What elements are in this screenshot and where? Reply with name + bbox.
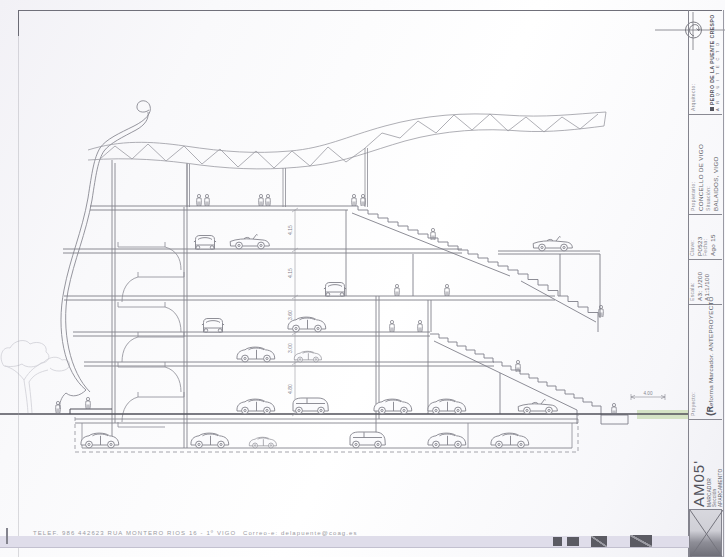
footer-telephone: TELEF. 986 442623 RUA MONTERO RIOS 16 - … [33,530,236,536]
roof-truss [88,112,606,169]
sheet-border-left-mark [18,10,19,36]
person-icon [205,194,210,206]
grandstand-mid-stairs [518,274,598,332]
car-icon [533,237,572,251]
ground-line [0,409,689,414]
date-value: Ago 15 [709,218,716,256]
car-icon [288,317,326,332]
project-name: (Reforma Marcador. ANTEPROYECTO [700,308,716,416]
project-label: Proyecto: [691,308,697,416]
person-icon [86,397,91,409]
person-icon [266,194,271,206]
section-drawing: 4.15 4.15 3.60 3.00 4.80 4.00 [0,0,725,557]
footer-band [0,536,689,548]
hatched-corner-box [689,509,722,557]
title-block-architect: Arquitecto: PEDRO DE LA PUENTE CRESPO A … [689,10,722,115]
ramp-core [118,242,184,427]
scale-a3-value: A3: 1/200 [696,263,703,301]
car-icon [191,433,229,448]
location-value: BALAIDOS, VIGO [712,118,719,211]
person-icon [599,305,604,317]
car-icon [518,400,557,414]
footer-email: Correo-e: delapuente@coag.es [243,530,358,536]
car-icon [428,399,466,414]
car-icon [491,433,529,448]
person-icon [390,320,395,332]
person-icon [197,194,202,206]
person-icon [395,284,400,296]
graphic-scale-bar [567,537,579,546]
title-block-key-date: Clave: P0523 Fecha: Ago 15 [689,215,722,260]
car-icon [237,399,275,414]
svg-text:4.00: 4.00 [644,391,653,396]
dimension-label: 4.15 [287,225,293,235]
person-icon [418,320,423,332]
car-icon [294,351,321,362]
dimension-ground: 4.00 [631,391,665,401]
car-icon [374,399,412,414]
left-curved-wall [60,101,151,409]
sheet-border-top [18,10,722,11]
sheet-border-left [18,10,19,557]
scanned-drawing-sheet: 4.15 4.15 3.60 3.00 4.80 4.00 [0,0,725,557]
graphic-scale-bar [591,536,607,547]
sheet-code: AM05' [691,422,706,507]
car-icon [202,319,224,333]
title-block-scale: Escala: A3: 1/200 A1:1/100 [689,260,722,305]
dimension-line-vertical [292,208,298,416]
car-icon [81,433,119,448]
dimension-label: 3.00 [287,343,293,353]
title-block: Arquitecto: PEDRO DE LA PUENTE CRESPO A … [688,10,724,557]
sheet-title-line3: APARCAMENTO [718,422,723,507]
car-icon [428,433,466,448]
dimension-label: 4.15 [287,268,293,278]
graphic-scale-bar [630,535,652,547]
people-layer [56,194,617,415]
person-icon [352,194,357,206]
sheet-edge-tick [6,528,8,544]
car-icon [293,398,328,414]
car-icon [249,437,276,448]
scale-a1-value: A1:1/100 [703,263,710,301]
grandstand-upper-stairs [348,206,518,296]
person-icon [445,284,450,296]
graphic-scale-bar [553,537,562,546]
car-icon [194,236,216,250]
project-logo-icon: ( [704,412,716,416]
logo-square-icon [710,107,714,111]
person-icon [259,194,264,206]
car-icon [230,235,269,249]
title-block-project: Proyecto: (Reforma Marcador. ANTEPROYECT… [689,305,722,420]
title-block-sheet-id: AM05' MARCADOR Sección APARCAMENTO [689,420,722,510]
owner-value: CONCELLO DE VIGO [697,118,704,211]
title-block-owner: Propietario: CONCELLO DE VIGO Situación:… [689,115,722,215]
car-icon [237,347,275,362]
car-icon [350,432,385,448]
dimension-label: 3.60 [287,310,293,320]
cars-layer [81,235,572,448]
car-icon [324,283,346,297]
architect-subtitle: A R Q U I T E C T O [715,13,720,111]
dimension-label: 4.80 [287,384,293,394]
